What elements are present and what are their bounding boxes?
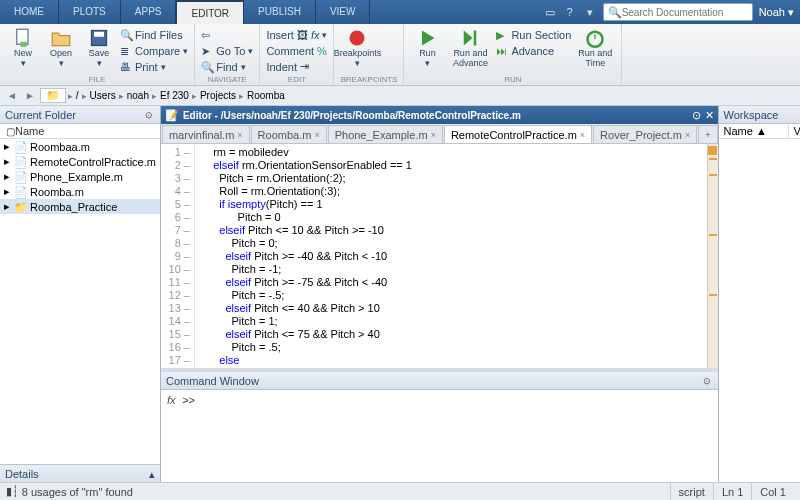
breadcrumb[interactable]: noah [127,90,149,101]
menu-tab-apps[interactable]: APPS [121,0,177,24]
tab-close-icon[interactable]: × [431,130,436,140]
ribbon: New▾ Open▾ Save▾ 🔍Find Files ≣Compare ▾ … [0,24,800,86]
command-prompt: >> [182,394,195,406]
editor-tab[interactable]: Phone_Example.m × [328,125,443,143]
editor-icon: 📝 [165,109,179,122]
breadcrumb[interactable]: Projects [200,90,236,101]
editor-header: 📝 Editor - /Users/noah/Ef 230/Projects/R… [161,106,718,124]
command-window-body[interactable]: fx >> [161,390,718,482]
panel-menu-icon[interactable]: ⊙ [145,110,155,120]
current-folder-panel: Current Folder ⊙ ▢ Name ▸📄Roombaa.m▸📄Rem… [0,106,161,482]
editor-tab[interactable]: Roomba.m × [251,125,327,143]
menu-tab-editor[interactable]: EDITOR [176,0,244,24]
compare-button[interactable]: ≣Compare ▾ [120,43,188,58]
breakpoints-button[interactable]: Breakpoints▾ [340,26,374,68]
menu-tab-home[interactable]: HOME [0,0,59,24]
print-button[interactable]: 🖶Print ▾ [120,59,188,74]
file-icon: 📄 [14,171,26,183]
open-button[interactable]: Open▾ [44,26,78,68]
dropdown-icon[interactable]: ▾ [583,5,597,19]
svg-rect-3 [94,32,104,37]
workspace-panel: Workspace ⊙ Name ▲ Value [718,106,800,482]
layout-icon[interactable]: ▭ [543,5,557,19]
expand-icon[interactable]: ▸ [4,200,10,213]
file-item[interactable]: ▸📁Roomba_Practice [0,199,160,214]
svg-rect-5 [474,31,477,46]
tab-close-icon[interactable]: × [237,130,242,140]
editor-tab[interactable]: RemoteControlPractice.m × [444,125,592,143]
expand-icon[interactable]: ▸ [4,140,10,153]
breadcrumb[interactable]: Users [90,90,116,101]
workspace-header: Workspace ⊙ [719,106,800,124]
svg-point-4 [350,31,365,46]
menu-tab-view[interactable]: VIEW [316,0,371,24]
search-box[interactable]: 🔍 [603,3,753,21]
save-button[interactable]: Save▾ [82,26,116,68]
run-advance-button[interactable]: Run and Advance [448,26,492,68]
cmd-menu-icon[interactable]: ⊙ [703,376,713,386]
title-tool-icons: ▭ ? ▾ [537,5,603,19]
breadcrumb[interactable]: / [76,90,79,101]
code-minimap[interactable] [707,144,718,368]
ribbon-file: New▾ Open▾ Save▾ 🔍Find Files ≣Compare ▾ … [0,24,195,85]
editor-menu-icon[interactable]: ⊙ [692,109,701,122]
workspace-columns[interactable]: Name ▲ Value [719,124,800,139]
ribbon-navigate: ⇦ ➤Go To ▾ 🔍Find ▾ NAVIGATE [195,24,260,85]
new-button[interactable]: New▾ [6,26,40,68]
run-button[interactable]: Run▾ [410,26,444,68]
file-item[interactable]: ▸📄Phone_Example.m [0,169,160,184]
search-input[interactable] [622,7,749,18]
back-icon[interactable]: ◄ [4,90,20,101]
file-item[interactable]: ▸📄Roombaa.m [0,139,160,154]
ribbon-bp-label: BREAKPOINTS [340,75,397,85]
new-tab-button[interactable]: + [698,125,717,143]
file-item[interactable]: ▸📄Roomba.m [0,184,160,199]
goto-button[interactable]: ➤Go To ▾ [201,43,253,58]
folder-col-header[interactable]: ▢ Name [0,124,160,139]
tab-close-icon[interactable]: × [685,130,690,140]
help-icon[interactable]: ? [563,5,577,19]
run-section-button[interactable]: ▶Run Section [496,27,571,42]
status-bar: ▮┆ 8 usages of "rm" found script Ln 1 Co… [0,482,800,500]
fx-icon[interactable]: fx [167,394,176,406]
current-folder-header: Current Folder ⊙ [0,106,160,124]
breadcrumb[interactable]: Ef 230 [160,90,189,101]
expand-icon[interactable]: ▸ [4,185,10,198]
file-item[interactable]: ▸📄RemoteControlPractice.m [0,154,160,169]
file-icon: 📄 [14,186,26,198]
details-header[interactable]: Details ▴ [0,464,160,482]
tab-close-icon[interactable]: × [314,130,319,140]
ribbon-edit: Insert 🖾 fx ▾ Comment % Indent ⇥ EDIT [260,24,334,85]
editor-body[interactable]: 1 –2 –3 –4 –5 –6 –7 –8 –9 –10 –11 –12 –1… [161,144,718,368]
ribbon-file-label: FILE [6,75,188,85]
menu-tab-plots[interactable]: PLOTS [59,0,121,24]
svg-rect-1 [21,42,27,47]
tab-close-icon[interactable]: × [580,130,585,140]
insert-button[interactable]: Insert 🖾 fx ▾ [266,27,327,42]
path-root[interactable]: 📁 [40,88,66,103]
expand-icon[interactable]: ▸ [4,170,10,183]
ribbon-run: Run▾ Run and Advance ▶Run Section ⏭Advan… [404,24,622,85]
menu-tab-publish[interactable]: PUBLISH [244,0,316,24]
file-icon: 📁 [14,201,26,213]
command-window-panel: Command Window ⊙ fx >> [161,372,718,482]
code-area[interactable]: rm = mobiledev elseif rm.OrientationSens… [195,144,707,368]
run-time-button[interactable]: Run and Time [575,26,615,68]
fwd-icon[interactable]: ► [22,90,38,101]
breadcrumb[interactable]: Roomba [247,90,285,101]
search-icon: 🔍 [608,6,622,19]
nav-back[interactable]: ⇦ [201,27,253,42]
user-menu[interactable]: Noah ▾ [753,6,800,19]
advance-button[interactable]: ⏭Advance [496,43,571,58]
editor-close-icon[interactable]: ✕ [705,109,714,122]
indent-button[interactable]: Indent ⇥ [266,59,327,74]
menu-tabs: HOMEPLOTSAPPSEDITORPUBLISHVIEW [0,0,370,24]
editor-tab[interactable]: Rover_Project.m × [593,125,697,143]
expand-icon[interactable]: ▸ [4,155,10,168]
find-button[interactable]: 🔍Find ▾ [201,59,253,74]
comment-button[interactable]: Comment % [266,43,327,58]
ribbon-run-label: RUN [410,75,615,85]
path-bar: ◄ ► 📁 ▸/▸Users▸noah▸Ef 230▸Projects▸Room… [0,86,800,106]
editor-tab[interactable]: marvinfinal.m × [162,125,250,143]
findfiles-button[interactable]: 🔍Find Files [120,27,188,42]
